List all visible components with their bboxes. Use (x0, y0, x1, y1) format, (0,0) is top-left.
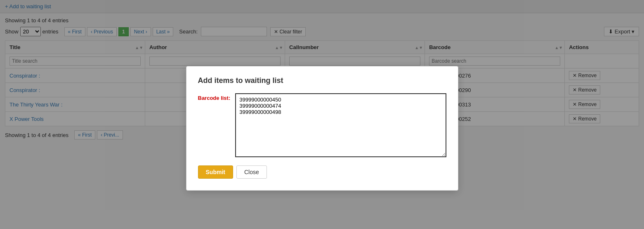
modal-dialog: Add items to waiting list Barcode list: … (186, 66, 458, 144)
modal-form: Barcode list: (198, 93, 446, 144)
modal-title: Add items to waiting list (198, 76, 446, 85)
modal-overlay: Add items to waiting list Barcode list: … (0, 0, 644, 144)
barcode-list-textarea[interactable] (235, 93, 446, 144)
barcode-list-label: Barcode list: (198, 93, 231, 101)
